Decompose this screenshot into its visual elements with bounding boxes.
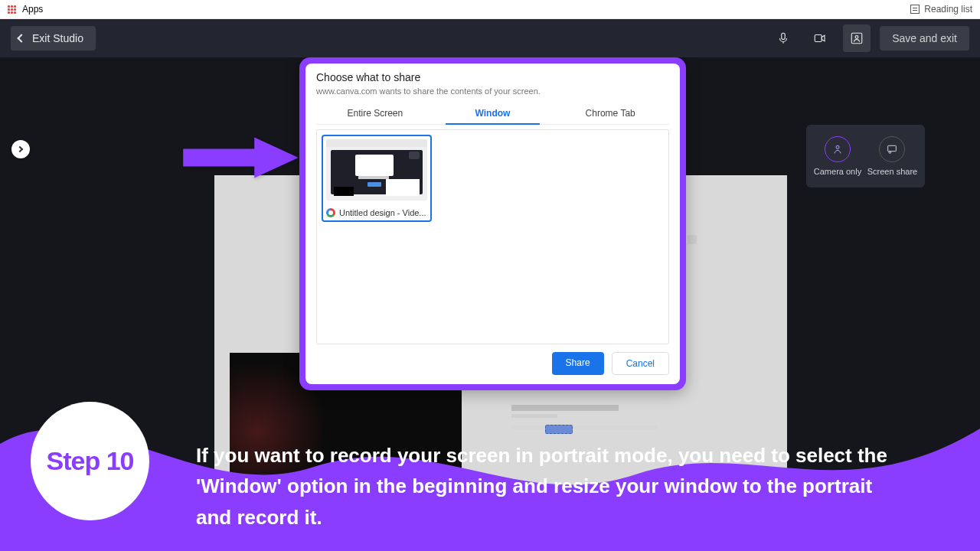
share-dialog: Choose what to share www.canva.com wants… — [305, 64, 680, 384]
microphone-button[interactable] — [769, 24, 797, 52]
sidebar-expand-button[interactable] — [11, 140, 30, 158]
chrome-icon — [326, 208, 335, 217]
apps-grid-icon[interactable] — [8, 5, 16, 14]
microphone-icon — [776, 31, 790, 45]
tab-chrome-tab[interactable]: Chrome Tab — [551, 102, 669, 124]
svg-point-4 — [836, 145, 839, 148]
person-icon — [831, 143, 844, 155]
chevron-right-icon — [17, 146, 23, 152]
dialog-title: Choose what to share — [316, 71, 669, 83]
person-square-icon — [850, 31, 864, 45]
presenter-button[interactable] — [843, 24, 871, 52]
svg-rect-1 — [815, 35, 822, 42]
camera-only-circle — [825, 136, 851, 162]
svg-point-6 — [889, 152, 891, 154]
save-and-exit-button[interactable]: Save and exit — [880, 26, 969, 51]
browser-bar: Apps Reading list — [0, 0, 980, 19]
step-badge: Step 10 — [31, 402, 149, 520]
tutorial-arrow-icon — [178, 134, 304, 181]
exit-studio-button[interactable]: Exit Studio — [11, 26, 96, 51]
screen-share-label: Screen share — [867, 167, 917, 176]
studio-stage: Camera only Screen share Choose what to … — [0, 57, 980, 551]
reading-list-icon — [910, 5, 920, 14]
window-card[interactable]: Untitled design - Vide... — [322, 135, 432, 222]
svg-point-3 — [855, 36, 858, 39]
window-thumbnail — [326, 139, 427, 201]
tab-window[interactable]: Window — [434, 102, 552, 124]
step-label: Step 10 — [47, 446, 134, 476]
window-title: Untitled design - Vide... — [339, 208, 426, 217]
tutorial-text: If you want to record your screen in por… — [196, 440, 903, 533]
dialog-actions: Share Cancel — [316, 352, 669, 375]
window-list: Untitled design - Vide... — [316, 129, 669, 344]
share-tabs: Entire Screen Window Chrome Tab — [316, 102, 669, 125]
chevron-left-icon — [17, 34, 25, 42]
app-titlebar: Exit Studio Save and exit — [0, 19, 980, 57]
cancel-button[interactable]: Cancel — [612, 352, 669, 375]
share-dialog-highlight: Choose what to share www.canva.com wants… — [299, 57, 686, 390]
reading-list-label: Reading list — [924, 4, 972, 15]
dialog-subtitle: www.canva.com wants to share the content… — [316, 86, 669, 96]
screen-share-icon — [886, 143, 898, 155]
share-button[interactable]: Share — [552, 352, 604, 375]
camera-only-label: Camera only — [814, 167, 861, 176]
tab-entire-screen[interactable]: Entire Screen — [316, 102, 434, 124]
exit-label: Exit Studio — [32, 32, 83, 44]
svg-rect-5 — [888, 145, 897, 151]
camera-icon — [812, 31, 828, 45]
screen-share-option[interactable]: Screen share — [867, 136, 917, 176]
canvas-ghost-text — [511, 405, 665, 434]
screen-share-circle — [879, 136, 905, 162]
recording-options-panel: Camera only Screen share — [806, 125, 925, 187]
reading-list-button[interactable]: Reading list — [910, 4, 972, 15]
svg-rect-0 — [782, 33, 786, 39]
apps-label[interactable]: Apps — [22, 4, 43, 15]
camera-only-option[interactable]: Camera only — [814, 136, 861, 176]
canvas-ghost-selection — [545, 425, 573, 434]
camera-button[interactable] — [806, 24, 834, 52]
